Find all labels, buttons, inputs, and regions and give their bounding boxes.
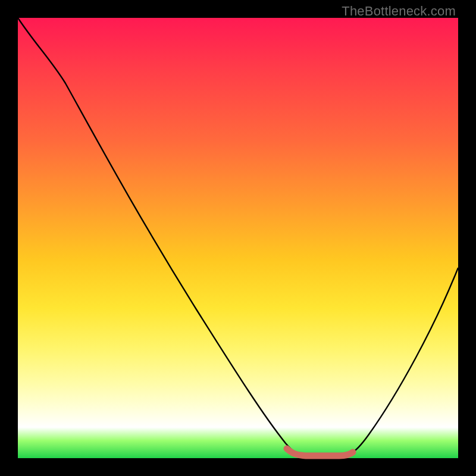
- chart-frame: TheBottleneck.com: [0, 0, 476, 476]
- optimal-flat-segment: [287, 449, 353, 456]
- watermark-text: TheBottleneck.com: [342, 4, 456, 19]
- bottleneck-curve-svg: [18, 18, 458, 458]
- plot-area: [18, 18, 458, 458]
- bottleneck-curve: [18, 18, 458, 455]
